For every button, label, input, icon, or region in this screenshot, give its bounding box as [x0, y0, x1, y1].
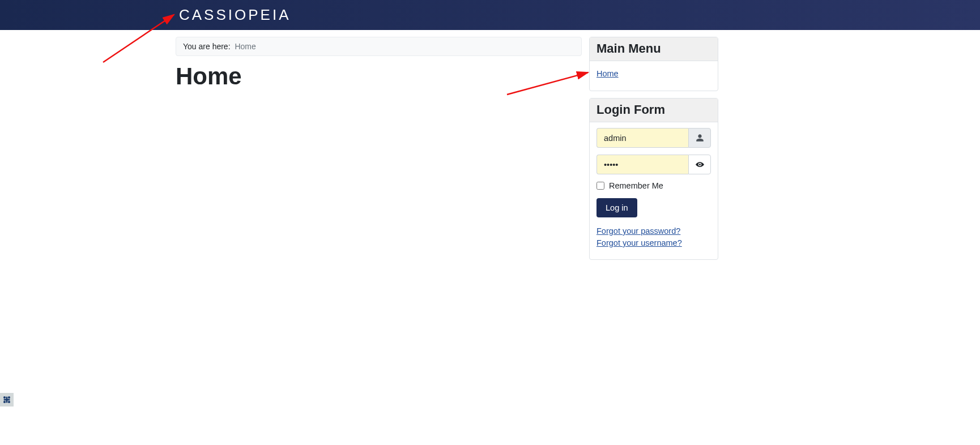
site-header: CASSIOPEIA: [0, 0, 980, 30]
remember-me-label: Remember Me: [609, 181, 663, 190]
joomla-badge-icon[interactable]: [0, 393, 14, 407]
svg-point-3: [8, 401, 10, 403]
forgot-password-link[interactable]: Forgot your password?: [596, 225, 711, 237]
page-title: Home: [176, 63, 582, 90]
svg-point-0: [3, 396, 6, 399]
breadcrumb-current: Home: [235, 42, 255, 51]
main-menu-module: Main Menu Home: [589, 37, 718, 91]
svg-point-1: [8, 396, 10, 399]
username-input[interactable]: [596, 128, 688, 148]
brand-logo[interactable]: CASSIOPEIA: [179, 6, 291, 24]
breadcrumb-label: You are here:: [183, 42, 231, 51]
password-input[interactable]: [596, 155, 688, 174]
remember-me-checkbox[interactable]: [596, 182, 604, 190]
eye-icon[interactable]: [688, 155, 711, 174]
login-form-module: Login Form Remember Me: [589, 98, 718, 260]
remember-me-row[interactable]: Remember Me: [596, 181, 711, 190]
menu-item-home[interactable]: Home: [596, 67, 619, 80]
login-button[interactable]: Log in: [596, 198, 637, 217]
svg-point-2: [3, 401, 6, 403]
login-form-title: Login Form: [590, 99, 718, 122]
forgot-username-link[interactable]: Forgot your username?: [596, 237, 711, 249]
main-menu-title: Main Menu: [590, 37, 718, 61]
user-icon[interactable]: [688, 128, 711, 148]
svg-rect-5: [4, 399, 10, 401]
breadcrumb: You are here: Home: [176, 37, 582, 56]
